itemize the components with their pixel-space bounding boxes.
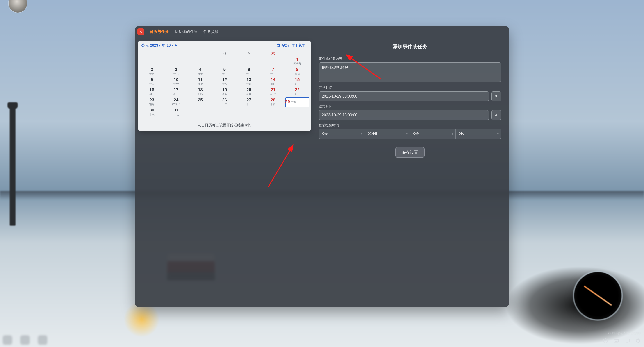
day-lunar: 十三 <box>237 102 261 106</box>
day-number: 16 <box>140 87 164 92</box>
month-suffix: 月 <box>174 43 178 48</box>
content-label: 事件或任务内容 <box>319 57 501 61</box>
form-title: 添加事件或任务 <box>319 43 501 50</box>
monitor-icon[interactable] <box>624 338 630 344</box>
desktop-compass-widget[interactable] <box>574 272 622 319</box>
day-number: 7 <box>261 67 285 72</box>
start-time-label: 开始时间 <box>319 86 501 90</box>
calendar-day[interactable]: 20初六 <box>237 87 261 97</box>
calendar-day[interactable]: 24程序员 <box>164 97 188 107</box>
calendar-day[interactable]: 11廿七 <box>188 77 213 87</box>
day-lunar: 国庆节 <box>285 62 310 66</box>
day-number: 23 <box>140 98 164 102</box>
calendar-day[interactable]: 1国庆节 <box>285 57 310 67</box>
day-number: 10 <box>164 77 188 82</box>
day-number: 15 <box>285 77 310 82</box>
tab-task-alerts[interactable]: 任务提醒 <box>203 28 219 36</box>
day-number: 19 <box>212 87 237 92</box>
reminder-seconds-select[interactable]: 0秒 ▾ <box>456 129 501 139</box>
calendar-day[interactable]: 30十六 <box>140 107 164 117</box>
calendar-day[interactable]: 18初四 <box>188 87 213 97</box>
calendar-day[interactable]: 26十二 <box>212 97 237 107</box>
day-lunar: 廿五 <box>140 82 164 86</box>
month-select[interactable]: 10 ▾ <box>167 44 173 48</box>
reminder-days-select[interactable]: 0天 ▾ <box>319 129 364 139</box>
close-button[interactable]: ✕ <box>138 28 144 35</box>
system-tray <box>602 338 641 344</box>
calendar-day[interactable]: 21初七 <box>261 87 285 97</box>
calendar-day[interactable]: 17初三 <box>164 87 188 97</box>
keyboard-icon[interactable] <box>613 338 620 344</box>
calendar-day[interactable]: 22初八 <box>285 87 310 97</box>
reminder-days-value: 0天 <box>322 132 328 136</box>
day-lunar: 廿九 <box>237 82 261 86</box>
start-time-input[interactable]: 2023-10-29 00:00:00 <box>319 92 489 101</box>
day-lunar: 初三 <box>164 92 188 96</box>
reminder-hours-value: 02小时 <box>368 132 379 136</box>
day-number: 20 <box>237 87 261 92</box>
calendar-day[interactable]: 2十八 <box>140 67 164 77</box>
day-lunar: 卅日 <box>261 82 285 86</box>
content-textarea[interactable] <box>319 62 501 82</box>
day-number: 14 <box>261 77 285 82</box>
calendar-day[interactable]: 16初二 <box>140 87 164 97</box>
day-number: 29 <box>285 99 290 104</box>
day-number: 18 <box>188 87 213 92</box>
year-select[interactable]: 2023 ▾ <box>150 44 160 48</box>
chevron-down-icon: ▾ <box>452 132 453 135</box>
calendar-day[interactable]: 12廿八 <box>212 77 237 87</box>
day-lunar: 廿一 <box>212 72 237 76</box>
chevron-down-icon: ▾ <box>361 132 362 135</box>
calendar-day[interactable]: 8寒露 <box>285 67 310 77</box>
day-lunar: 初七 <box>261 92 285 96</box>
chevron-down-icon: ▾ <box>172 44 173 47</box>
calendar-day[interactable]: 19初五 <box>212 87 237 97</box>
month-value: 10 <box>167 44 171 48</box>
calendar-day[interactable]: 13廿九 <box>237 77 261 87</box>
reminder-minutes-value: 0分 <box>413 132 419 136</box>
calendar-day[interactable]: 9廿五 <box>140 77 164 87</box>
clear-start-button[interactable]: × <box>491 92 501 101</box>
calendar-hint: 点击日历可以设置开始或结束时间 <box>140 120 308 131</box>
day-lunar: 廿三 <box>261 72 285 76</box>
calendar-day[interactable]: 7廿三 <box>261 67 285 77</box>
day-number: 22 <box>285 87 310 92</box>
reminder-minutes-select[interactable]: 0分 ▾ <box>410 129 456 139</box>
day-lunar: 霜降 <box>140 102 164 106</box>
calendar-grid: 1国庆节2十八3十九4廿十5廿一6廿二7廿三8寒露9廿五10廿六11廿七12廿八… <box>138 57 310 119</box>
taskbar-app[interactable] <box>38 335 47 345</box>
calendar-day[interactable]: 27十三 <box>237 97 261 107</box>
weekday-label: 二 <box>164 50 188 56</box>
weekday-label: 六 <box>261 50 285 56</box>
reminder-label: 提前提醒时间 <box>319 123 501 128</box>
svg-rect-3 <box>614 340 618 342</box>
day-lunar: 初一 <box>285 82 310 86</box>
day-number: 13 <box>237 77 261 82</box>
taskbar-app[interactable] <box>3 335 12 345</box>
taskbar-app[interactable] <box>20 335 30 345</box>
calendar-day[interactable]: 3十九 <box>164 67 188 77</box>
gear-icon[interactable] <box>634 338 641 344</box>
calendar-day[interactable]: 23霜降 <box>140 97 164 107</box>
tab-calendar-tasks[interactable]: 日历与任务 <box>149 28 169 36</box>
end-time-input[interactable]: 2023-10-29 13:00:00 <box>319 110 489 120</box>
clear-end-button[interactable]: × <box>491 110 501 120</box>
calendar-day[interactable]: 5廿一 <box>212 67 237 77</box>
day-number: 17 <box>164 87 188 92</box>
calendar-day[interactable]: 15初一 <box>285 77 310 87</box>
chevron-down-icon: ▾ <box>406 132 408 135</box>
calendar-day[interactable]: 29十五 <box>285 97 310 107</box>
clock-icon[interactable] <box>602 338 609 344</box>
reminder-hours-select[interactable]: 02小时 ▾ <box>364 129 410 139</box>
calendar-day[interactable]: 10廿六 <box>164 77 188 87</box>
calendar-day[interactable]: 4廿十 <box>188 67 213 77</box>
reminder-seconds-value: 0秒 <box>459 132 464 136</box>
calendar-day[interactable]: 25十一 <box>188 97 213 107</box>
calendar-day[interactable]: 14卅日 <box>261 77 285 87</box>
calendar-day[interactable]: 6廿二 <box>237 67 261 77</box>
calendar-day[interactable]: 31十七 <box>164 107 188 117</box>
tab-my-tasks[interactable]: 我创建的任务 <box>174 28 198 36</box>
day-lunar: 十一 <box>188 102 213 106</box>
calendar-day[interactable]: 28十四 <box>261 97 285 107</box>
save-button[interactable]: 保存设置 <box>395 147 424 158</box>
